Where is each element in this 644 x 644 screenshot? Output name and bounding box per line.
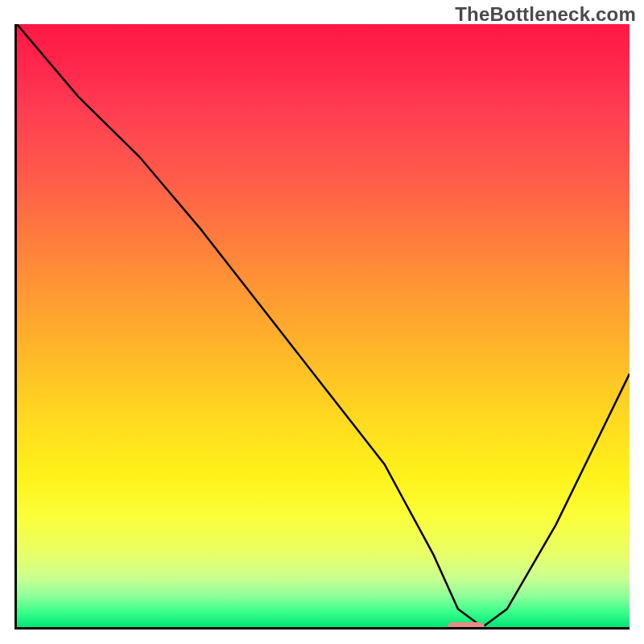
bottleneck-curve — [17, 24, 630, 627]
optimal-point-marker — [448, 622, 485, 630]
plot-area — [14, 24, 630, 630]
watermark-text: TheBottleneck.com — [455, 3, 636, 26]
